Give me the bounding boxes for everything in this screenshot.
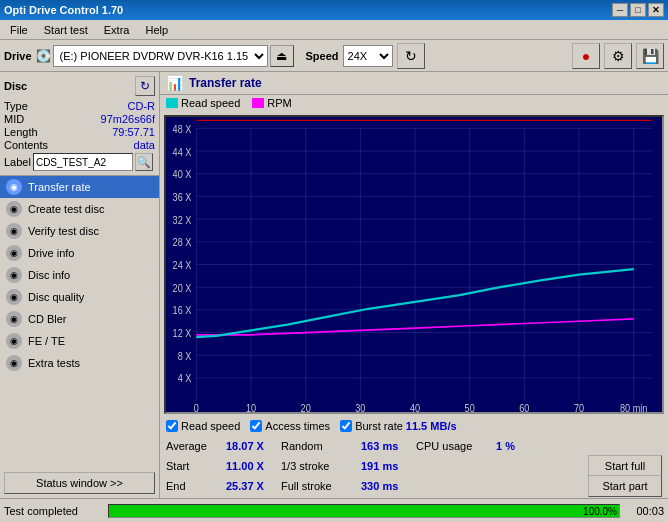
svg-text:4 X: 4 X	[178, 373, 192, 385]
drive-select[interactable]: (E:) PIONEER DVDRW DVR-K16 1.15	[53, 45, 268, 67]
nav-disc-info[interactable]: ◉ Disc info	[0, 264, 159, 286]
maximize-button[interactable]: □	[630, 3, 646, 17]
stats-row-2: Start 11.00 X 1/3 stroke 191 ms Start fu…	[166, 456, 662, 476]
titlebar-title: Opti Drive Control 1.70	[4, 4, 123, 16]
close-button[interactable]: ✕	[648, 3, 664, 17]
disc-title: Disc	[4, 80, 27, 92]
cb-access-times[interactable]	[250, 420, 262, 432]
nav-icon-disc: ◉	[6, 267, 22, 283]
menu-help[interactable]: Help	[137, 22, 176, 38]
svg-text:60: 60	[519, 403, 529, 412]
settings-button[interactable]: ⚙	[604, 43, 632, 69]
nav-extra-tests[interactable]: ◉ Extra tests	[0, 352, 159, 374]
nav-icon-fete: ◉	[6, 333, 22, 349]
burst-rate-value: 11.5 MB/s	[406, 420, 457, 432]
refresh-button[interactable]: ↻	[397, 43, 425, 69]
menu-extra[interactable]: Extra	[96, 22, 138, 38]
end-label: End	[166, 480, 226, 492]
type-label: Type	[4, 100, 28, 112]
average-value: 18.07 X	[226, 440, 281, 452]
svg-text:30: 30	[355, 403, 365, 412]
svg-text:0: 0	[194, 403, 199, 412]
start-part-button[interactable]: Start part	[588, 475, 662, 497]
nav-icon-quality: ◉	[6, 289, 22, 305]
start-label: Start	[166, 460, 226, 472]
nav-icon-bler: ◉	[6, 311, 22, 327]
svg-text:8 X: 8 X	[178, 350, 192, 362]
nav-transfer-rate[interactable]: ◉ Transfer rate	[0, 176, 159, 198]
checkbox-burst-rate[interactable]: Burst rate 11.5 MB/s	[340, 420, 456, 432]
nav-items: ◉ Transfer rate ◉ Create test disc ◉ Ver…	[0, 176, 159, 468]
nav-icon-extra: ◉	[6, 355, 22, 371]
status-window-button[interactable]: Status window >>	[4, 472, 155, 494]
nav-label-verify: Verify test disc	[28, 225, 99, 237]
status-text: Test completed	[4, 505, 104, 517]
statusbar: Test completed 100.0% 00:03	[0, 498, 668, 522]
stroke13-label: 1/3 stroke	[281, 460, 361, 472]
minimize-button[interactable]: ─	[612, 3, 628, 17]
nav-icon-drive: ◉	[6, 245, 22, 261]
length-label: Length	[4, 126, 38, 138]
legend-read-speed: Read speed	[166, 97, 240, 109]
label-label: Label	[4, 156, 31, 168]
nav-verify-test-disc[interactable]: ◉ Verify test disc	[0, 220, 159, 242]
nav-drive-info[interactable]: ◉ Drive info	[0, 242, 159, 264]
label-input[interactable]	[33, 153, 133, 171]
drive-label: Drive	[4, 50, 32, 62]
svg-text:12 X: 12 X	[173, 328, 192, 340]
menubar: File Start test Extra Help	[0, 20, 668, 40]
nav-label-quality: Disc quality	[28, 291, 84, 303]
nav-create-test-disc[interactable]: ◉ Create test disc	[0, 198, 159, 220]
checkbox-read-speed[interactable]: Read speed	[166, 420, 240, 432]
progress-fill	[109, 505, 619, 517]
menu-file[interactable]: File	[2, 22, 36, 38]
progress-text: 100.0%	[583, 505, 617, 519]
content-header: 📊 Transfer rate	[160, 72, 668, 95]
svg-text:36 X: 36 X	[173, 191, 192, 203]
checkbox-access-times[interactable]: Access times	[250, 420, 330, 432]
length-value: 79:57.71	[112, 126, 155, 138]
start-value: 11.00 X	[226, 460, 281, 472]
svg-text:28 X: 28 X	[173, 237, 192, 249]
speed-select[interactable]: Max1X2X4X8X12X16X24X32X40X48X	[343, 45, 393, 67]
nav-cd-bler[interactable]: ◉ CD Bler	[0, 308, 159, 330]
menu-start-test[interactable]: Start test	[36, 22, 96, 38]
stroke13-value: 191 ms	[361, 460, 416, 472]
label-icon-button[interactable]: 🔍	[135, 153, 153, 171]
cpu-value: 1 %	[496, 440, 556, 452]
cb-access-times-label: Access times	[265, 420, 330, 432]
nav-label-fete: FE / TE	[28, 335, 65, 347]
nav-label-disc: Disc info	[28, 269, 70, 281]
titlebar-buttons: ─ □ ✕	[612, 3, 664, 17]
chart-svg: 48 X 44 X 40 X 36 X 32 X 28 X 24 X 20 X …	[166, 117, 662, 412]
stats-row-1: Average 18.07 X Random 163 ms CPU usage …	[166, 436, 662, 456]
nav-label-extra: Extra tests	[28, 357, 80, 369]
nav-fe-te[interactable]: ◉ FE / TE	[0, 330, 159, 352]
cb-read-speed-label: Read speed	[181, 420, 240, 432]
nav-label-transfer: Transfer rate	[28, 181, 91, 193]
save-button[interactable]: 💾	[636, 43, 664, 69]
nav-disc-quality[interactable]: ◉ Disc quality	[0, 286, 159, 308]
disc-refresh-button[interactable]: ↻	[135, 76, 155, 96]
start-full-button[interactable]: Start full	[588, 455, 662, 477]
disc-icon-button[interactable]: ●	[572, 43, 600, 69]
nav-icon-verify: ◉	[6, 223, 22, 239]
mid-value: 97m26s66f	[101, 113, 155, 125]
svg-text:40 X: 40 X	[173, 169, 192, 181]
cb-burst-rate-label: Burst rate	[355, 420, 403, 432]
nav-icon-transfer: ◉	[6, 179, 22, 195]
disc-section: Disc ↻ Type CD-R MID 97m26s66f Length 79…	[0, 72, 159, 176]
content-title: Transfer rate	[189, 76, 262, 90]
chart-area: 48 X 44 X 40 X 36 X 32 X 28 X 24 X 20 X …	[164, 115, 664, 414]
stats-row-3: End 25.37 X Full stroke 330 ms Start par…	[166, 476, 662, 496]
legend-rpm-color	[252, 98, 264, 108]
stats-area: Average 18.07 X Random 163 ms CPU usage …	[160, 434, 668, 498]
svg-text:50: 50	[465, 403, 475, 412]
eject-button[interactable]: ⏏	[270, 45, 294, 67]
cb-burst-rate[interactable]	[340, 420, 352, 432]
checkbox-row: Read speed Access times Burst rate 11.5 …	[160, 418, 668, 434]
content-area: 📊 Transfer rate Read speed RPM	[160, 72, 668, 498]
cb-read-speed[interactable]	[166, 420, 178, 432]
toolbar: Drive 💽 (E:) PIONEER DVDRW DVR-K16 1.15 …	[0, 40, 668, 72]
svg-text:24 X: 24 X	[173, 260, 192, 272]
